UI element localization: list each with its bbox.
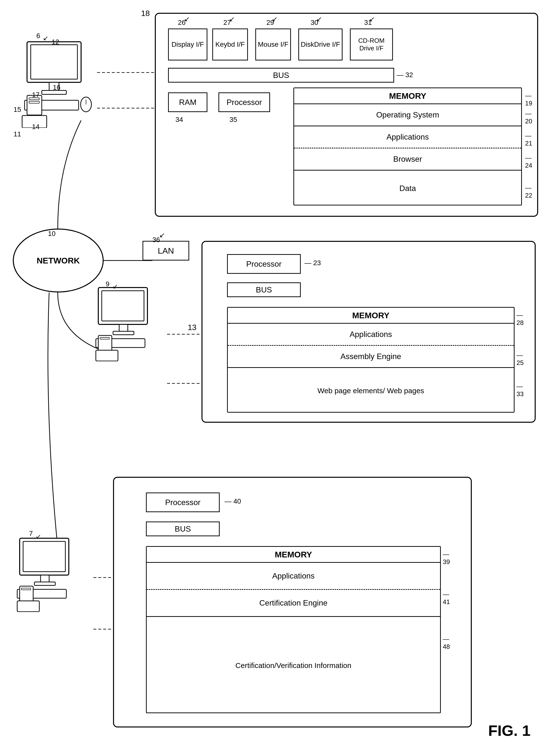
cdrom-if-box: CD-ROM Drive I/F	[350, 28, 393, 60]
ref-25: — 25	[517, 352, 524, 367]
ref-40: — 40	[225, 497, 241, 505]
browser-label: Browser	[393, 155, 422, 164]
mid-system-box: 13 Processor — 23 BUS MEMORY — 28 Applic…	[201, 241, 536, 423]
svg-rect-23	[100, 337, 109, 339]
ref-7: 7	[29, 530, 33, 537]
ref-32: — 32	[397, 71, 413, 79]
applications-label-top: Applications	[386, 133, 429, 142]
cert-info-label: Certification/Verification Information	[235, 660, 352, 671]
svg-rect-27	[41, 575, 49, 582]
diskdrive-if-box: DiskDrive I/F	[298, 28, 342, 60]
ref-12: 12	[52, 38, 59, 46]
fig-label: FIG. 1	[488, 722, 531, 739]
memory-block-top: MEMORY — 19 Operating System — 20 Applic…	[294, 87, 522, 205]
svg-rect-20	[113, 331, 134, 335]
network-ellipse: NETWORK	[13, 229, 104, 293]
memory-block-mid: MEMORY — 28 Applications Assembly Engine…	[227, 307, 515, 413]
bot-system-box: Processor — 40 BUS MEMORY — 39 Applicati…	[113, 477, 472, 728]
svg-rect-32	[17, 601, 39, 612]
ref-15: 15	[14, 106, 21, 114]
svg-rect-24	[96, 350, 118, 361]
svg-rect-13	[29, 101, 39, 103]
applications-label-bot: Applications	[272, 571, 315, 580]
display-if-box: Display I/F	[168, 28, 207, 60]
computer-mid	[91, 283, 160, 361]
memory-label-mid: MEMORY	[352, 311, 389, 320]
bus-bar-top: BUS	[168, 68, 394, 83]
memory-label-bot: MEMORY	[275, 550, 312, 559]
ref-10: 10	[48, 230, 56, 238]
ref-34: 34	[176, 116, 183, 124]
ref-41-marker: — 41	[443, 591, 450, 606]
keybd-if-box: Keybd I/F	[212, 28, 248, 60]
ref-9: 9	[106, 280, 109, 288]
svg-rect-7	[31, 45, 77, 79]
processor-box-top: Processor	[218, 93, 270, 112]
memory-block-bot: MEMORY — 39 Applications — 41 Certificat…	[146, 546, 441, 713]
ref-33: — 33	[517, 383, 524, 398]
computer-bot	[12, 533, 81, 612]
ref-22: — 22	[525, 184, 532, 199]
bus-bar-mid: BUS	[227, 282, 301, 297]
ram-box: RAM	[168, 93, 207, 112]
os-label: Operating System	[376, 110, 439, 119]
ref-20: — 20	[525, 110, 532, 125]
ref-18: 18	[141, 9, 150, 18]
ref-36: 36	[152, 236, 160, 244]
top-system-box: 18 Display I/F 26 ↙ Keybd I/F 27 ↙ Mouse…	[155, 13, 538, 217]
assembly-engine-label: Assembly Engine	[340, 352, 401, 361]
svg-rect-31	[21, 588, 31, 590]
cert-engine-label: Certification Engine	[259, 598, 327, 608]
ref-23: — 23	[304, 259, 321, 267]
computer-top-left	[12, 34, 96, 128]
ref-13: 13	[188, 323, 197, 332]
ref-24: — 24	[525, 154, 532, 169]
applications-label-mid: Applications	[350, 330, 392, 339]
ref-6: 6	[36, 32, 40, 40]
mouse-if-box: Mouse I/F	[255, 28, 291, 60]
processor-box-mid: Processor	[227, 254, 301, 274]
ref-35: 35	[229, 116, 237, 124]
ref-16: 16	[53, 83, 60, 92]
diagram: 18 Display I/F 26 ↙ Keybd I/F 27 ↙ Mouse…	[0, 0, 560, 754]
processor-box-bot: Processor	[146, 493, 220, 512]
bus-bar-bot: BUS	[146, 521, 220, 536]
svg-rect-26	[23, 541, 65, 572]
ref-14: 14	[32, 123, 40, 131]
ref-48: — 48	[443, 635, 450, 651]
ref-39: — 39	[443, 551, 450, 566]
data-label: Data	[399, 184, 416, 193]
lan-box: LAN	[142, 241, 189, 260]
svg-rect-18	[102, 291, 144, 321]
ref-17: 17	[32, 91, 40, 99]
memory-label-top: MEMORY	[389, 91, 426, 101]
ref-21: — 21	[525, 132, 532, 147]
svg-rect-28	[34, 582, 55, 586]
svg-rect-19	[119, 324, 128, 332]
ref-11: 11	[14, 130, 21, 138]
web-pages-label: Web page elements/ Web pages	[318, 385, 424, 396]
ref-28: — 28	[517, 311, 524, 326]
ref-19: — 19	[525, 92, 532, 107]
